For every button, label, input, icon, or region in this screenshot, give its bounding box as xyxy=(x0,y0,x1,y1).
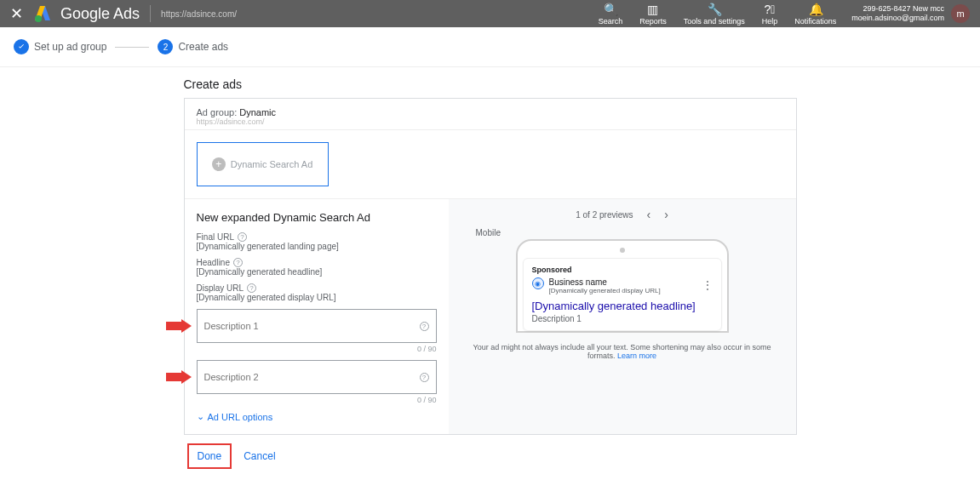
step-1-label: Set up ad group xyxy=(34,41,106,53)
google-ads-logo-icon xyxy=(33,3,54,24)
search-tool[interactable]: 🔍Search xyxy=(599,3,623,26)
divider xyxy=(150,5,151,22)
tools-label: Tools and settings xyxy=(684,17,745,26)
ad-group-url: https://adsince.com/ xyxy=(197,117,784,126)
ad-type-row: + Dynamic Search Ad xyxy=(185,130,796,199)
preview-description: Description 1 xyxy=(532,314,713,323)
done-button[interactable]: Done xyxy=(187,443,232,469)
more-icon[interactable]: ⋮ xyxy=(702,279,713,291)
headline-value: [Dynamically generated headline] xyxy=(197,267,437,277)
chevron-down-icon: ⌄ xyxy=(197,411,204,422)
description-1-field[interactable]: ? xyxy=(197,309,437,343)
phone-frame: Sponsored ◉ Business name [Dynamically g… xyxy=(516,239,729,333)
close-icon[interactable]: ✕ xyxy=(10,4,23,23)
preview-display-url: [Dynamically generated display URL] xyxy=(549,287,661,294)
search-label: Search xyxy=(599,17,623,26)
learn-more-link[interactable]: Learn more xyxy=(617,351,656,360)
ad-group-label: Ad group: xyxy=(197,107,238,117)
dsa-label: Dynamic Search Ad xyxy=(231,159,313,169)
preview-prev-button[interactable]: ‹ xyxy=(646,208,650,221)
preview-counter: 1 of 2 previews xyxy=(576,210,633,220)
bell-icon: 🔔 xyxy=(809,3,822,16)
app-header: ✕ Google Ads https://adsince.com/ 🔍Searc… xyxy=(0,0,980,27)
step-1[interactable]: Set up ad group xyxy=(14,39,106,54)
help-icon[interactable]: ? xyxy=(420,322,429,331)
step-2-label: Create ads xyxy=(178,41,228,53)
stepper: Set up ad group 2 Create ads xyxy=(0,27,980,67)
step-2-badge: 2 xyxy=(158,39,173,54)
help-icon: ?⃝ xyxy=(763,3,777,16)
description-1-counter: 0 / 90 xyxy=(197,345,437,353)
help-icon[interactable]: ? xyxy=(238,232,247,242)
reports-tool[interactable]: ▥Reports xyxy=(639,3,667,26)
account-email: moein.adsinoo@gmail.com xyxy=(851,14,944,23)
reports-icon: ▥ xyxy=(646,3,660,16)
notifications-label: Notifications xyxy=(794,17,836,26)
ad-url-options-label: Ad URL options xyxy=(208,412,273,422)
display-url-value: [Dynamically generated display URL] xyxy=(197,293,437,302)
step-2[interactable]: 2 Create ads xyxy=(158,39,228,54)
description-2-field[interactable]: ? xyxy=(197,360,437,394)
preview-next-button[interactable]: › xyxy=(664,208,668,221)
help-icon[interactable]: ? xyxy=(420,373,429,382)
sponsored-label: Sponsored xyxy=(532,266,713,274)
final-url-label: Final URL? xyxy=(197,232,437,242)
preview-panel: 1 of 2 previews ‹ › Mobile Sponsored ◉ B… xyxy=(449,199,796,434)
step-connector xyxy=(115,47,149,48)
editor-title: New expanded Dynamic Search Ad xyxy=(197,211,437,224)
editor-form: New expanded Dynamic Search Ad Final URL… xyxy=(185,199,449,434)
page-title: Create ads xyxy=(184,77,797,91)
phone-speaker-icon xyxy=(620,248,625,253)
preview-disclaimer: Your ad might not always include all you… xyxy=(466,343,779,360)
url-chip[interactable]: https://adsince.com/ xyxy=(161,9,237,19)
ad-group-row: Ad group: Dynamic https://adsince.com/ xyxy=(185,99,796,130)
preview-device-label: Mobile xyxy=(476,228,779,237)
description-2-counter: 0 / 90 xyxy=(197,396,437,404)
cancel-button[interactable]: Cancel xyxy=(244,450,275,462)
description-1-input[interactable] xyxy=(204,321,415,331)
notifications-tool[interactable]: 🔔Notifications xyxy=(794,3,836,26)
account-info[interactable]: 299-625-8427 New mcc moein.adsinoo@gmail… xyxy=(851,4,944,23)
reports-label: Reports xyxy=(639,17,667,26)
plus-icon: + xyxy=(212,157,226,171)
help-label: Help xyxy=(762,17,778,26)
business-name: Business name xyxy=(549,277,661,287)
check-icon xyxy=(14,39,29,54)
brand-name: Google Ads xyxy=(60,5,140,23)
help-icon[interactable]: ? xyxy=(233,258,243,267)
description-2-input[interactable] xyxy=(204,372,415,382)
editor-footer: Done Cancel xyxy=(184,435,797,477)
display-url-label: Display URL? xyxy=(197,283,437,293)
final-url-value: [Dynamically generated landing page] xyxy=(197,242,437,251)
ad-preview-card: Sponsored ◉ Business name [Dynamically g… xyxy=(523,258,722,331)
svg-marker-4 xyxy=(166,370,192,384)
account-id: 299-625-8427 New mcc xyxy=(851,4,944,14)
ad-group-value: Dynamic xyxy=(239,107,276,117)
help-icon[interactable]: ? xyxy=(247,283,256,293)
ad-url-options-toggle[interactable]: ⌄ Ad URL options xyxy=(197,411,437,422)
arrow-annotation-icon xyxy=(166,370,192,384)
globe-icon: ◉ xyxy=(532,277,544,289)
arrow-annotation-icon xyxy=(166,319,192,333)
tools-tool[interactable]: 🔧Tools and settings xyxy=(684,3,745,26)
svg-point-2 xyxy=(35,15,42,22)
svg-marker-3 xyxy=(166,319,192,333)
help-tool[interactable]: ?⃝Help xyxy=(762,3,778,26)
search-icon: 🔍 xyxy=(604,3,617,16)
dynamic-search-ad-tile[interactable]: + Dynamic Search Ad xyxy=(197,142,329,186)
avatar[interactable]: m xyxy=(951,4,970,23)
preview-headline[interactable]: [Dynamically generated headline] xyxy=(532,300,713,312)
ad-editor-card: Ad group: Dynamic https://adsince.com/ +… xyxy=(184,98,797,435)
wrench-icon: 🔧 xyxy=(708,3,721,16)
headline-label: Headline? xyxy=(197,258,437,267)
